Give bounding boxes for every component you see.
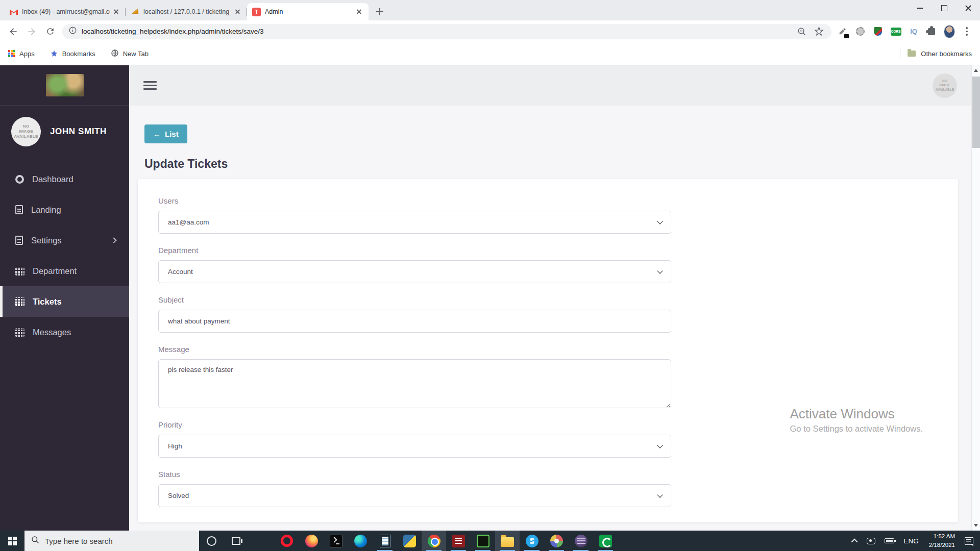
cortana-button[interactable] xyxy=(199,531,224,551)
window-close-button[interactable] xyxy=(956,0,980,16)
bookmarks-apps-label: Apps xyxy=(19,50,35,58)
tab-gmail[interactable]: Inbox (49) - amirrucst@gmail.com xyxy=(4,3,126,20)
page-info-icon[interactable] xyxy=(68,26,77,37)
bookmark-bookmarks[interactable]: Bookmarks xyxy=(50,49,95,58)
main-area: NO IMAGE AVAILABLE ← List Update Tickets… xyxy=(129,65,971,531)
start-button[interactable] xyxy=(0,531,24,551)
scroll-down-arrow-icon[interactable] xyxy=(974,524,978,527)
zoom-out-icon[interactable] xyxy=(795,25,808,38)
bookmark-star-icon[interactable] xyxy=(812,25,825,38)
department-select[interactable]: Account xyxy=(158,260,671,283)
sidebar-item-department[interactable]: Department xyxy=(0,256,129,286)
tab-title: Inbox (49) - amirrucst@gmail.com xyxy=(22,8,110,15)
window-maximize-button[interactable] xyxy=(932,0,956,16)
tab-phpmyadmin[interactable]: localhost / 127.0.0.1 / ticketing_h xyxy=(126,3,247,20)
notepad-icon[interactable] xyxy=(373,531,397,551)
department-label: Department xyxy=(158,246,671,255)
document-icon xyxy=(15,236,23,245)
left-arrow-icon: ← xyxy=(153,130,161,138)
tab-title: Admin xyxy=(265,8,353,15)
tray-clock[interactable]: 1:52 AM 2/18/2021 xyxy=(924,532,960,549)
opera-icon[interactable] xyxy=(275,531,299,551)
command-prompt-icon[interactable] xyxy=(324,531,348,551)
task-view-icon xyxy=(232,537,240,545)
sidebar-item-settings[interactable]: Settings xyxy=(0,225,129,256)
other-bookmarks[interactable]: Other bookmarks xyxy=(900,48,972,59)
forward-icon[interactable] xyxy=(23,23,40,40)
firefox-icon[interactable] xyxy=(299,531,324,551)
sidebar-item-messages[interactable]: Messages xyxy=(0,317,129,347)
tray-recorder-icon[interactable] xyxy=(862,531,880,551)
tray-battery-icon[interactable] xyxy=(880,531,899,551)
extensions-puzzle-icon[interactable] xyxy=(926,26,937,37)
color-picker-extension-icon[interactable] xyxy=(837,26,848,37)
dashboard-icon xyxy=(15,175,24,184)
back-icon[interactable] xyxy=(5,23,21,40)
status-select[interactable]: Solved xyxy=(158,484,671,507)
priority-select[interactable]: High xyxy=(158,435,671,458)
taskbar-search-input[interactable] xyxy=(45,537,192,545)
avatar: NO IMAGE AVAILABLE xyxy=(11,117,41,146)
address-bar[interactable]: localhost/ticketing_helpdesk/index.php/a… xyxy=(62,24,831,39)
chevron-down-icon xyxy=(657,442,663,448)
subject-input[interactable] xyxy=(158,310,671,333)
windows-taskbar: ENG 1:52 AM 2/18/2021 xyxy=(0,531,980,551)
users-select[interactable]: aa1@aa.com xyxy=(158,211,671,234)
status-label: Status xyxy=(158,470,671,479)
scrollbar-thumb[interactable] xyxy=(972,77,980,148)
scroll-up-arrow-icon[interactable] xyxy=(974,69,978,72)
edge-icon[interactable] xyxy=(348,531,373,551)
filezilla-icon[interactable] xyxy=(446,531,471,551)
sidebar-item-dashboard[interactable]: Dashboard xyxy=(0,164,129,194)
cors-extension-icon[interactable]: CORS xyxy=(890,26,901,37)
page-title: Update Tickets xyxy=(144,157,971,171)
field-message: Message pls release this faster xyxy=(158,345,671,408)
camtasia-icon[interactable] xyxy=(593,531,618,551)
new-tab-button[interactable] xyxy=(373,5,387,19)
header-avatar[interactable]: NO IMAGE AVAILABLE xyxy=(933,73,957,98)
reload-icon[interactable] xyxy=(42,23,58,40)
python-icon[interactable] xyxy=(397,531,422,551)
list-button[interactable]: ← List xyxy=(144,124,187,143)
browser-tab-strip: Inbox (49) - amirrucst@gmail.com localho… xyxy=(0,0,980,20)
sidebar: NO IMAGE AVAILABLE JOHN SMITH Dashboard … xyxy=(0,65,129,531)
browser-profile-avatar[interactable] xyxy=(944,26,955,37)
sidebar-nav: Dashboard Landing Settings Department xyxy=(0,164,129,347)
gear-extension-icon[interactable] xyxy=(854,26,866,37)
grid-icon xyxy=(15,328,24,337)
action-center-icon[interactable] xyxy=(960,531,978,551)
field-priority: Priority High xyxy=(158,420,671,458)
tab-close-icon[interactable] xyxy=(112,8,120,16)
message-textarea[interactable]: pls release this faster xyxy=(158,359,671,408)
bookmark-label: Bookmarks xyxy=(62,50,95,58)
chrome-icon[interactable] xyxy=(422,531,446,551)
sidebar-item-tickets[interactable]: Tickets xyxy=(0,286,129,317)
shield-extension-icon[interactable] xyxy=(872,26,884,37)
skype-icon[interactable] xyxy=(520,531,544,551)
tab-admin-active[interactable]: T Admin xyxy=(247,3,369,20)
hamburger-icon[interactable] xyxy=(143,81,157,90)
eclipse-icon[interactable] xyxy=(569,531,593,551)
grid-icon xyxy=(15,297,24,306)
dreamweaver-icon[interactable] xyxy=(471,531,495,551)
tray-language[interactable]: ENG xyxy=(899,537,924,545)
bookmarks-apps[interactable]: Apps xyxy=(8,50,35,58)
sidebar-item-landing[interactable]: Landing xyxy=(0,194,129,225)
blue-star-icon xyxy=(50,49,58,58)
tray-chevron-up-icon[interactable] xyxy=(848,531,862,551)
page-scrollbar[interactable] xyxy=(971,65,980,531)
browser-menu-kebab-icon[interactable] xyxy=(962,26,972,37)
paint-icon[interactable] xyxy=(544,531,569,551)
tab-close-icon[interactable] xyxy=(233,8,242,16)
tab-close-icon[interactable] xyxy=(355,8,363,16)
bookmark-new-tab[interactable]: New Tab xyxy=(111,49,149,59)
sidebar-logo[interactable] xyxy=(0,65,129,106)
taskbar-search[interactable] xyxy=(24,531,199,551)
file-explorer-icon[interactable] xyxy=(495,531,520,551)
task-view-button[interactable] xyxy=(224,531,248,551)
iq-extension-icon[interactable]: IQ xyxy=(908,26,919,37)
window-minimize-button[interactable] xyxy=(908,0,932,16)
update-tickets-card: Users aa1@aa.com Department Account Subj… xyxy=(138,179,958,522)
extensions-row: CORS IQ xyxy=(837,26,975,37)
bookmark-label: New Tab xyxy=(123,50,149,58)
